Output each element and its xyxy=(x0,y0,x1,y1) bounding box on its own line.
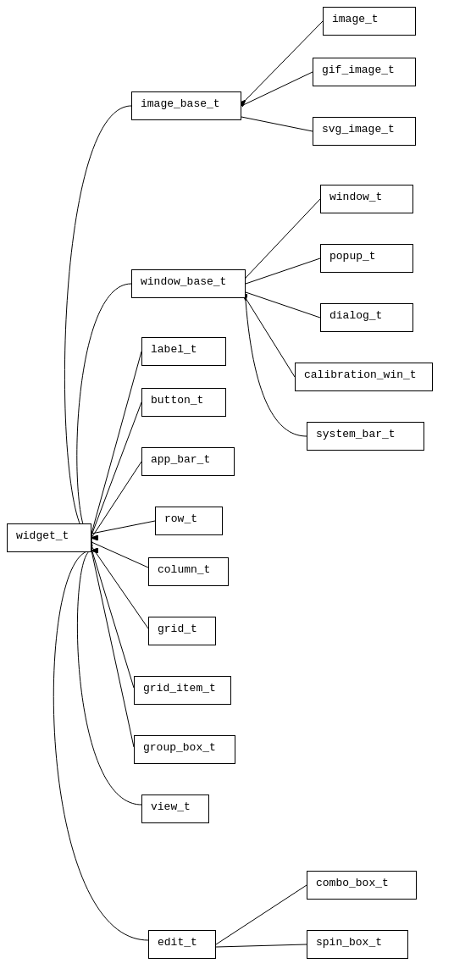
node-grid_t: grid_t xyxy=(148,617,216,645)
node-image_base_t: image_base_t xyxy=(131,91,241,120)
svg-line-12 xyxy=(91,521,155,534)
node-edit_t: edit_t xyxy=(148,930,216,959)
svg-line-8 xyxy=(246,298,295,377)
svg-line-16 xyxy=(91,551,134,747)
node-column_t: column_t xyxy=(148,557,229,586)
node-view_t: view_t xyxy=(141,795,209,823)
node-calibration_win_t: calibration_win_t xyxy=(295,363,433,391)
svg-line-6 xyxy=(246,258,320,284)
node-button_t: button_t xyxy=(141,388,226,417)
diagram: image_tgif_image_tsvg_image_timage_base_… xyxy=(0,0,454,980)
node-combo_box_t: combo_box_t xyxy=(307,871,417,900)
node-spin_box_t: spin_box_t xyxy=(307,930,408,959)
node-row_t: row_t xyxy=(155,507,223,535)
svg-line-13 xyxy=(91,542,148,568)
svg-line-10 xyxy=(91,402,141,535)
node-popup_t: popup_t xyxy=(320,244,413,273)
svg-line-4 xyxy=(241,117,313,131)
node-image_t: image_t xyxy=(323,7,416,36)
node-window_base_t: window_base_t xyxy=(131,269,246,298)
svg-line-11 xyxy=(91,462,141,538)
svg-line-18 xyxy=(216,944,307,947)
svg-line-14 xyxy=(91,546,148,628)
node-system_bar_t: system_bar_t xyxy=(307,422,424,451)
svg-line-2 xyxy=(246,21,323,100)
svg-line-3 xyxy=(241,72,313,106)
node-gif_image_t: gif_image_t xyxy=(313,58,416,86)
node-svg_image_t: svg_image_t xyxy=(313,117,416,146)
node-dialog_t: dialog_t xyxy=(320,303,413,332)
svg-line-7 xyxy=(246,292,320,318)
arrows-svg xyxy=(0,0,454,980)
node-app_bar_t: app_bar_t xyxy=(141,447,235,476)
svg-line-17 xyxy=(216,885,307,944)
node-grid_item_t: grid_item_t xyxy=(134,676,231,705)
svg-line-9 xyxy=(91,352,141,534)
node-label_t: label_t xyxy=(141,337,226,366)
node-group_box_t: group_box_t xyxy=(134,735,235,764)
node-window_t: window_t xyxy=(320,185,413,213)
svg-line-15 xyxy=(91,549,134,688)
svg-line-5 xyxy=(246,199,320,278)
node-widget_t: widget_t xyxy=(7,523,91,552)
